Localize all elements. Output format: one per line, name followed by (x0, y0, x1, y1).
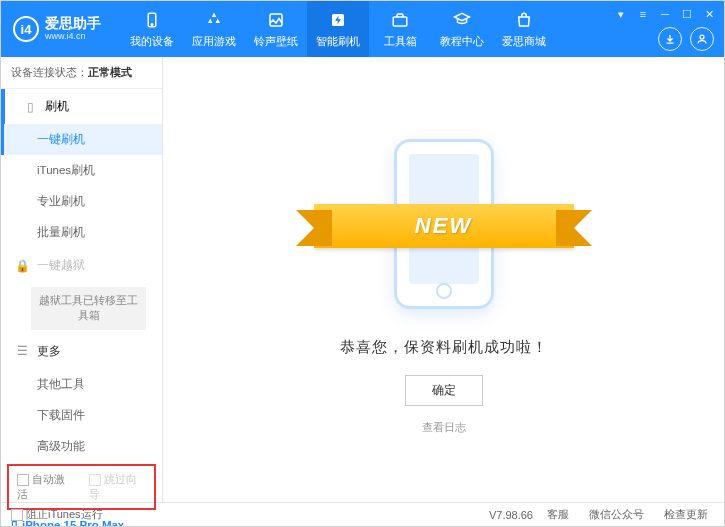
phone-icon: ▯ (23, 100, 37, 114)
options-highlight-box: 自动激活 跳过向导 (7, 464, 156, 510)
nav-ringtone-wallpaper[interactable]: 铃声壁纸 (245, 1, 307, 57)
window-controls: ▾ ≡ ─ ☐ ✕ (614, 7, 716, 21)
nav-apps-games[interactable]: 应用游戏 (183, 1, 245, 57)
user-button[interactable] (690, 27, 714, 51)
auto-activate-checkbox[interactable]: 自动激活 (17, 472, 75, 502)
nav-tutorials[interactable]: 教程中心 (431, 1, 493, 57)
device-status: 设备连接状态：正常模式 (1, 57, 162, 89)
sidebar-item-pro-flash[interactable]: 专业刷机 (1, 186, 162, 217)
lock-icon: 🔒 (15, 259, 29, 273)
menu-icon[interactable]: ▾ (614, 7, 628, 21)
svg-rect-4 (393, 17, 407, 26)
list-icon: ☰ (15, 344, 29, 358)
nav-store[interactable]: 爱思商城 (493, 1, 555, 57)
tutorial-icon (452, 10, 472, 30)
new-ribbon: NEW (314, 204, 574, 248)
svg-point-5 (700, 35, 704, 39)
sidebar-item-itunes-flash[interactable]: iTunes刷机 (1, 155, 162, 186)
main-panel: NEW 恭喜您，保资料刷机成功啦！ 确定 查看日志 (163, 57, 724, 502)
download-button[interactable] (658, 27, 682, 51)
view-log-link[interactable]: 查看日志 (422, 420, 466, 435)
top-nav: 我的设备 应用游戏 铃声壁纸 智能刷机 工具箱 教程中心 爱思商城 (121, 1, 555, 57)
sidebar-item-advanced[interactable]: 高级功能 (1, 431, 162, 462)
jailbreak-note: 越狱工具已转移至工具箱 (31, 287, 146, 330)
sidebar-section-jailbreak: 🔒一键越狱 (1, 248, 162, 283)
logo-area: i4 爱思助手 www.i4.cn (1, 16, 113, 42)
svg-point-1 (151, 23, 153, 25)
version-label: V7.98.66 (489, 509, 533, 521)
app-subtitle: www.i4.cn (45, 32, 101, 42)
app-title: 爱思助手 (45, 16, 101, 31)
footer-support[interactable]: 客服 (541, 507, 575, 522)
minimize-icon[interactable]: ─ (658, 7, 672, 21)
maximize-icon[interactable]: ☐ (680, 7, 694, 21)
footer-wechat[interactable]: 微信公众号 (583, 507, 650, 522)
toolbox-icon (390, 10, 410, 30)
wallpaper-icon (266, 10, 286, 30)
close-icon[interactable]: ✕ (702, 7, 716, 21)
app-header: i4 爱思助手 www.i4.cn 我的设备 应用游戏 铃声壁纸 智能刷机 工具… (1, 1, 724, 57)
nav-my-device[interactable]: 我的设备 (121, 1, 183, 57)
skip-guide-checkbox[interactable]: 跳过向导 (89, 472, 147, 502)
sidebar: 设备连接状态：正常模式 ▯刷机 一键刷机 iTunes刷机 专业刷机 批量刷机 … (1, 57, 163, 502)
ok-button[interactable]: 确定 (405, 375, 483, 406)
success-illustration: NEW (344, 134, 544, 314)
settings-icon[interactable]: ≡ (636, 7, 650, 21)
sidebar-section-more[interactable]: ☰更多 (1, 334, 162, 369)
flash-icon (328, 10, 348, 30)
sidebar-item-batch-flash[interactable]: 批量刷机 (1, 217, 162, 248)
success-message: 恭喜您，保资料刷机成功啦！ (340, 338, 548, 357)
sidebar-section-flash[interactable]: ▯刷机 (1, 89, 162, 124)
block-itunes-checkbox[interactable]: 阻止iTunes运行 (11, 507, 103, 522)
logo-icon: i4 (13, 16, 39, 42)
sidebar-item-one-click-flash[interactable]: 一键刷机 (1, 124, 162, 155)
nav-smart-flash[interactable]: 智能刷机 (307, 1, 369, 57)
apps-icon (204, 10, 224, 30)
device-icon (142, 10, 162, 30)
sidebar-item-other-tools[interactable]: 其他工具 (1, 369, 162, 400)
store-icon (514, 10, 534, 30)
nav-toolbox[interactable]: 工具箱 (369, 1, 431, 57)
sidebar-item-download-firmware[interactable]: 下载固件 (1, 400, 162, 431)
footer-check-update[interactable]: 检查更新 (658, 507, 714, 522)
